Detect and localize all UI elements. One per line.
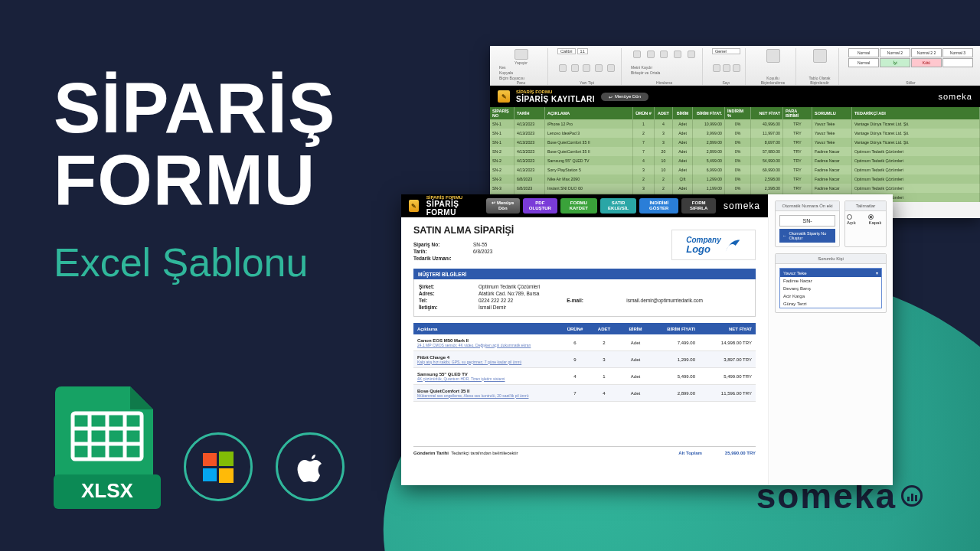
col-currency: PARA BİRİMİ — [783, 107, 812, 119]
style-normal-b: Normal — [848, 58, 879, 67]
records-brand: someka — [938, 92, 972, 101]
records-table-header: SİPARİŞ NO TARİH AÇIKLAMA ÜRÜN # ADET Bİ… — [490, 107, 980, 119]
section-customer: MÜŞTERİ BİLGİLERİ — [413, 269, 756, 279]
style-bad: Kötü — [911, 58, 942, 67]
hero-title-block: SİPARİŞ FORMU Excel Şablonu — [54, 73, 335, 285]
ribbon-group-styles: Stiller — [848, 80, 973, 85]
ribbon-cut: Kes — [499, 65, 506, 70]
val-tel: 0224 222 22 22 — [479, 298, 513, 303]
radio-on[interactable]: Açık — [847, 214, 859, 225]
form-header-bar: ✎ SİPARİŞ FORMU SİPARİŞ FORMU ↩ Menüye D… — [401, 194, 768, 217]
svg-rect-9 — [219, 452, 234, 466]
lbl-tel: Tel: — [419, 298, 479, 303]
generate-orderno-button[interactable]: ← Otomatik Sipariş No Oluştur — [779, 229, 835, 243]
form-logo-icon2: ✎ — [409, 200, 419, 212]
left-arrow-icon: ← — [782, 233, 787, 238]
lbl-agent: Tedarik Uzmanı: — [413, 256, 473, 261]
table-row: SN-24/13/2023Sony PlayStation 5310Adet6,… — [490, 165, 980, 174]
select-option[interactable]: Güray Terzi — [780, 300, 881, 308]
col-orderno: SİPARİŞ NO — [490, 107, 514, 119]
responsible-selected: Yavuz Teke — [783, 271, 806, 276]
select-option[interactable]: Acir Karga — [780, 292, 881, 300]
form-btn-save[interactable]: FORMU KAYDET — [560, 198, 597, 213]
hero-subtitle: Excel Şablonu — [54, 240, 335, 285]
style-normal2: Normal 2 — [880, 48, 910, 57]
icol-unit: BİRİM — [618, 323, 653, 334]
form-btn-row[interactable]: SATIR EKLE/SİL — [600, 198, 636, 213]
logo-text1: Company — [686, 236, 721, 244]
swoosh-icon — [724, 237, 741, 253]
ribbon-table-format: Tablo Olarak Biçimlendir — [805, 76, 834, 85]
excel-ribbon: Yapıştır Kes Kopyala Biçim Boyacısı Pano… — [490, 46, 980, 86]
records-menu-button[interactable]: ↩ Menüye Dön — [601, 93, 648, 101]
table-row: SN-36/8/2023Nike Air Max 209022Çift1,299… — [490, 174, 980, 184]
cond-format-icon — [766, 49, 780, 63]
radio-off[interactable]: Kapalı — [868, 214, 884, 225]
table-row: SN-14/13/2023Lenovo IdeaPad 323Adet3,999… — [490, 129, 980, 138]
subtotal-value: 35,990.00 TRY — [725, 451, 756, 455]
select-option[interactable]: Devanç Barış — [780, 285, 881, 292]
svg-rect-8 — [203, 453, 217, 466]
responsible-select[interactable]: Yavuz Teke▾ Fadime NacarDevanç BarışAcir… — [779, 268, 882, 308]
col-responsible: SORUMLU — [812, 107, 852, 119]
val-date: 6/8/2023 — [473, 249, 492, 254]
select-option[interactable]: Fadime Nacar — [780, 277, 881, 285]
form-logo-icon: ✎ — [498, 90, 510, 103]
item-row: Bose QuietComfort 35 IIMükemmel ses enge… — [413, 385, 756, 402]
ribbon-group-number: Sayı — [712, 80, 740, 85]
records-small-title: SİPARİŞ FORMU — [516, 90, 595, 95]
ribbon-font-name: Calibri — [557, 48, 576, 54]
ribbon-copy: Kopyala — [499, 70, 513, 75]
windows-icon — [201, 450, 235, 484]
item-row: Fitbit Charge 4Kalp atış hızı takibi, GP… — [413, 351, 756, 368]
logo-text2: Logo — [686, 244, 721, 254]
col-date: TARİH — [514, 107, 545, 119]
ribbon-number-format: Genel — [712, 48, 740, 54]
screenshot-records: Yapıştır Kes Kopyala Biçim Boyacısı Pano… — [490, 46, 980, 218]
order-document: SATIN ALMA SİPARİŞİ Sipariş No:SN-55 Tar… — [401, 217, 768, 458]
val-orderno: SN-55 — [473, 242, 487, 247]
items-header: Açıklama ÜRÜN# ADET BİRİM BİRİM FİYATI N… — [413, 323, 756, 334]
ribbon-cond-format: Koşullu Biçimlendirme — [755, 76, 791, 85]
apple-badge — [276, 432, 345, 501]
form-big-title: SİPARİŞ FORMU — [426, 200, 479, 217]
items-body: Canon EOS M50 Mark II24.1 MP CMOS sensör… — [413, 334, 756, 402]
style-normal: Normal — [848, 48, 879, 57]
col-unit: BİRİM — [673, 107, 693, 119]
table-row: SN-24/13/2023Bose QuietComfort 35 II720A… — [490, 147, 980, 156]
back-arrow-icon: ↩ — [492, 201, 497, 205]
col-supplier: TEDARİKÇİ ADI — [852, 107, 980, 119]
company-logo-placeholder: Company Logo — [671, 230, 756, 260]
chevron-down-icon: ▾ — [876, 270, 878, 276]
form-side-panel: Otomatik Numara Ön eki SN- ← Otomatik Si… — [769, 194, 893, 485]
form-btn-pdf[interactable]: PDF OLUŞTUR — [523, 198, 557, 213]
icol-unitprice: BİRİM FİYATI — [653, 323, 699, 334]
table-row: SN-14/13/2023iPhone 12 Pro14Adet10,999.0… — [490, 119, 980, 129]
form-btn-menu[interactable]: ↩ Menüye Dön — [486, 198, 520, 213]
col-product: ÜRÜN # — [633, 107, 655, 119]
customer-info-box: Şirket:Optimum Tedarik Çözümleri Adres:A… — [413, 279, 756, 317]
ribbon-group-align: Hizalama — [631, 80, 697, 85]
form-btn-reset[interactable]: FORM SIFIRLA — [681, 198, 716, 213]
item-row: Canon EOS M50 Mark II24.1 MP CMOS sensör… — [413, 334, 756, 351]
style-normal3: Normal 3 — [942, 48, 973, 57]
sn-prefix-field[interactable]: SN- — [779, 215, 835, 227]
item-row: Samsung 55" QLED TV4K çözünürlük, Quantu… — [413, 368, 756, 385]
side-auto-caption: Otomatik Numara Ön eki — [776, 201, 839, 211]
paste-icon — [514, 49, 528, 60]
xlsx-file-icon: XLSX — [54, 383, 161, 509]
form-btn-discount[interactable]: İNDİRİMİ GÖSTER — [639, 198, 678, 213]
style-good: İyi — [880, 58, 910, 67]
ship-label: Gönderim Tarihi — [413, 451, 449, 455]
side-responsible-caption: Sorumlu Kişi — [776, 254, 886, 264]
hero-title-line2: FORMU — [54, 145, 335, 217]
records-table-body: SN-14/13/2023iPhone 12 Pro14Adet10,999.0… — [490, 119, 980, 202]
brand-chart-icon — [901, 485, 923, 507]
doc-title: SATIN ALMA SİPARİŞİ — [413, 225, 514, 236]
apple-icon — [295, 449, 325, 484]
records-menu-label: Menüye Dön — [615, 94, 641, 99]
col-discount: İNDİRİM % — [725, 107, 751, 119]
windows-badge — [184, 432, 253, 501]
svg-text:XLSX: XLSX — [81, 479, 134, 502]
ribbon-group-clipboard: Pano — [499, 80, 543, 85]
